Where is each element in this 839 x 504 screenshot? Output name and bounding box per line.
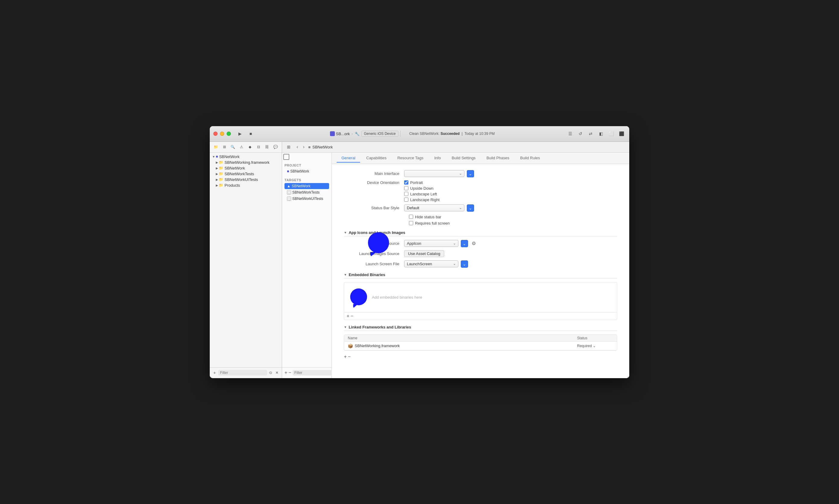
status-bar-style-row: Status Bar Style Default Light Content D… — [344, 204, 617, 212]
app-icons-select[interactable]: AppIcon — [404, 240, 458, 247]
disclosure-icon: ▶ — [216, 166, 218, 170]
upside-down-option[interactable]: Upside Down — [404, 186, 433, 191]
launch-images-row: Launch Images Source Use Asset Catalog — [344, 250, 617, 257]
sidebar-warning-btn[interactable]: ⚠ — [238, 143, 245, 151]
scheme-label[interactable]: SB...ork — [336, 131, 350, 136]
sidebar-link-btn[interactable]: ⛓ — [263, 143, 271, 151]
remove-framework-button[interactable]: − — [348, 354, 350, 359]
tab-info[interactable]: Info — [429, 154, 446, 163]
sidebar-item-label: SBNetWorking.framework — [224, 160, 270, 165]
sidebar-item-sbnetwork-root[interactable]: ▼ ■ SBNetWork — [210, 154, 282, 160]
use-asset-catalog-label: Use Asset Catalog — [408, 251, 440, 256]
app-icons-action-btn[interactable]: ⌄ — [461, 240, 468, 247]
status-bar-control: Default Light Content Dark Content ⌄ — [404, 204, 474, 212]
status-success: Succeeded — [441, 131, 460, 136]
nav-uitests-label: SBNetWorkUITests — [292, 197, 323, 201]
add-framework-button[interactable]: + — [344, 354, 346, 359]
play-button[interactable]: ▶ — [236, 129, 244, 138]
launch-screen-select[interactable]: LaunchScreen — [404, 260, 458, 267]
back-forward-button[interactable]: ⇄ — [586, 129, 595, 138]
sidebar-diamond-btn[interactable]: ◆ — [246, 143, 254, 151]
sidebar-item-uitests[interactable]: ▶ 📁 SBNetWorkUITests — [210, 177, 282, 182]
app-icons-gear-btn[interactable]: ⚙ — [470, 240, 477, 247]
hide-status-checkbox[interactable] — [409, 215, 413, 219]
linked-disclosure[interactable]: ▼ — [344, 325, 347, 329]
landscape-left-checkbox[interactable] — [404, 192, 408, 196]
main-interface-select[interactable] — [404, 170, 464, 177]
tab-resource-tags[interactable]: Resource Tags — [392, 154, 428, 163]
maximize-button[interactable] — [227, 131, 231, 136]
status-bar-select[interactable]: Default Light Content Dark Content — [404, 204, 464, 211]
forward-nav-btn[interactable]: › — [302, 144, 306, 150]
status-bar-action-btn[interactable]: ⌄ — [467, 204, 474, 212]
tab-build-settings[interactable]: Build Settings — [447, 154, 481, 163]
file-icon: ■ — [308, 145, 311, 149]
sidebar-search-btn[interactable]: 🔍 — [229, 143, 237, 151]
embedded-disclosure[interactable]: ▼ — [344, 273, 347, 276]
embedded-binaries-content: Add embedded binaries here — [344, 283, 617, 312]
requires-full-checkbox[interactable] — [409, 221, 413, 225]
requires-full-option[interactable]: Requires full screen — [409, 221, 617, 226]
titlebar-center: SB...ork › 🔧 Generic iOS Device Clean SB… — [259, 131, 566, 137]
filter-btn-1[interactable]: ⊙ — [268, 368, 273, 377]
sidebar-item-label: SBNetWork — [219, 155, 240, 159]
minimize-button[interactable] — [220, 131, 224, 136]
sidebar-folder-btn[interactable]: 📁 — [212, 143, 219, 151]
target-icon: ▲ — [287, 184, 291, 188]
hide-status-option[interactable]: Hide status bar — [409, 215, 617, 219]
portrait-checkbox[interactable] — [404, 180, 408, 184]
stop-button[interactable]: ■ — [246, 129, 255, 138]
sidebar-grid-btn[interactable]: ⊟ — [255, 143, 262, 151]
canvas-button[interactable]: ⬜ — [607, 129, 615, 138]
device-selector[interactable]: Generic iOS Device — [361, 131, 398, 137]
list-view-button[interactable]: ☰ — [566, 129, 575, 138]
sidebar-item-sbnetwork[interactable]: ▶ 📁 SBNetWork — [210, 165, 282, 171]
sidebar-toggle-button[interactable]: ◧ — [597, 129, 605, 138]
landscape-right-checkbox[interactable] — [404, 198, 408, 202]
settings-content: Main Interface ⌄ — [332, 164, 629, 378]
use-asset-catalog-button[interactable]: Use Asset Catalog — [404, 250, 444, 257]
inspector-button[interactable]: ⬛ — [617, 129, 626, 138]
tab-build-phases[interactable]: Build Phases — [482, 154, 514, 163]
remove-target-button[interactable]: − — [288, 370, 291, 375]
sidebar-item-sbnetworking[interactable]: ▶ 📁 SBNetWorking.framework — [210, 160, 282, 165]
disclosure-icon: ▶ — [216, 161, 218, 164]
back-nav-btn[interactable]: ‹ — [295, 144, 299, 150]
add-target-button[interactable]: + — [285, 370, 287, 375]
breadcrumb-separator: › — [352, 132, 353, 136]
remove-binary-button[interactable]: − — [350, 314, 353, 319]
sidebar-filter-input[interactable] — [218, 370, 267, 375]
folder-icon: 📁 — [219, 177, 223, 182]
nav-item-tests[interactable]: ◻ SBNetWorkTests — [285, 190, 329, 195]
landscape-right-option[interactable]: Landscape Right — [404, 198, 440, 202]
app-icons-disclosure[interactable]: ▼ — [344, 231, 347, 234]
tab-build-rules[interactable]: Build Rules — [515, 154, 545, 163]
launch-screen-action-btn[interactable]: ⌄ — [461, 260, 468, 268]
grid-view-btn[interactable]: ⊞ — [285, 143, 293, 151]
sidebar-item-products[interactable]: ▶ 📁 Products — [210, 182, 282, 188]
linked-table-actions: + − — [344, 353, 617, 360]
sidebar-chat-btn[interactable]: 💬 — [272, 143, 279, 151]
sidebar-item-tests[interactable]: ▶ 📁 SBNetWorkTests — [210, 171, 282, 177]
embedded-section-header: ▼ Embedded Binaries — [344, 272, 617, 278]
sidebar-source-btn[interactable]: ⊞ — [221, 143, 228, 151]
nav-item-uitests[interactable]: ◻ SBNetWorkUITests — [285, 196, 329, 202]
close-button[interactable] — [213, 131, 218, 136]
divider — [400, 131, 408, 137]
linked-framework-row: 📦 SBNetWorking.framework Required ⌄ — [344, 342, 617, 350]
refresh-button[interactable]: ↺ — [576, 129, 585, 138]
main-interface-action-btn[interactable]: ⌄ — [467, 170, 474, 177]
portrait-option[interactable]: Portrait — [404, 180, 423, 185]
content-area: ⊞ ‹ › ■ SBNetWork PROJECT — [282, 142, 629, 378]
filter-btn-2[interactable]: ✕ — [275, 368, 279, 377]
nav-item-sbnetwork[interactable]: ▲ SBNetWork — [285, 183, 329, 189]
add-file-button[interactable]: + — [212, 368, 217, 377]
sidebar-item-label: SBNetWorkTests — [224, 172, 254, 176]
nav-item-project[interactable]: ■ SBNetWork — [285, 168, 329, 174]
upside-down-checkbox[interactable] — [404, 186, 408, 190]
disclosure-icon: ▼ — [212, 155, 215, 158]
add-binary-button[interactable]: + — [346, 314, 349, 319]
landscape-left-option[interactable]: Landscape Left — [404, 192, 437, 196]
tab-capabilities[interactable]: Capabilities — [361, 154, 391, 163]
tab-general[interactable]: General — [337, 154, 360, 163]
